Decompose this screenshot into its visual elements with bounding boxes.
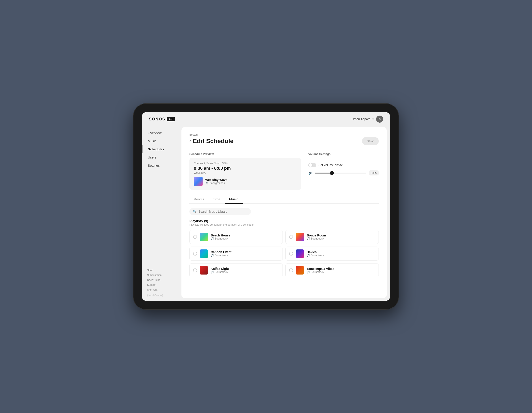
search-icon: 🔍	[193, 210, 197, 213]
playlist-radio-bonus-room[interactable]	[289, 235, 293, 239]
playlist-name: Davies	[307, 250, 324, 254]
playlists-title: Playlists	[189, 219, 203, 223]
playlist-info-beach-house: Beach House 🎵 Soundtrack	[211, 234, 230, 240]
top-right: Urban Apparel ∨ B	[352, 116, 383, 123]
playlist-radio-davies[interactable]	[289, 252, 293, 256]
track-art	[194, 177, 203, 186]
sidebar-item-users[interactable]: Users	[142, 153, 181, 161]
sidebar-item-music[interactable]: Music	[142, 137, 181, 145]
playlist-art-bonus-room	[296, 233, 304, 241]
breadcrumb: Boston	[189, 133, 379, 136]
volume-knob[interactable]	[330, 171, 334, 175]
org-name: Urban Apparel	[352, 117, 371, 121]
playlist-name: Bonus Room	[307, 234, 326, 237]
playlist-name: Beach House	[211, 234, 230, 237]
avatar: B	[376, 116, 383, 123]
top-bar: SONOS Pro Urban Apparel ∨ B	[142, 112, 390, 124]
sidebar-item-schedules[interactable]: Schedules	[142, 145, 181, 153]
preview-meta: Checkout, Sales Floor • 33%	[194, 162, 297, 165]
playlist-info-tame-impala: Tame Impala Vibes 🎵 Soundtrack	[307, 267, 334, 274]
save-button[interactable]: Save	[362, 137, 379, 145]
track-art-gradient	[194, 177, 203, 186]
preview-card: Checkout, Sales Floor • 33% 8:30 am - 6:…	[189, 158, 301, 190]
playlists-header: Playlists (9) › Playlists will loop cont…	[189, 219, 379, 226]
sidebar-sign-out[interactable]: Sign Out	[147, 287, 176, 292]
preview-days: Weekdays	[194, 171, 297, 174]
playlists-chevron-icon[interactable]: ›	[209, 219, 210, 223]
volume-settings-label: Volume Settings	[308, 152, 379, 156]
playlist-art-tame-impala	[296, 266, 304, 274]
speaker-icon: 🎵	[211, 271, 214, 274]
playlist-art-beach-house	[200, 233, 208, 241]
volume-divider	[308, 159, 379, 160]
org-selector[interactable]: Urban Apparel ∨	[352, 117, 374, 121]
playlist-source: 🎵 Soundtrack	[307, 237, 326, 240]
search-input[interactable]	[198, 210, 247, 213]
sidebar-support[interactable]: Support	[147, 282, 176, 287]
schedule-preview: Schedule Preview Checkout, Sales Floor •…	[189, 152, 301, 190]
volume-track	[315, 173, 366, 173]
sidebar-item-overview[interactable]: Overview	[142, 129, 181, 137]
volume-slider[interactable]	[315, 171, 366, 175]
playlist-info-cannon-event: Cannon Event 🎵 Soundtrack	[211, 250, 231, 257]
tab-music[interactable]: Music	[225, 195, 243, 204]
page-title: Edit Schedule	[193, 138, 233, 145]
playlist-info-knifes-night: Knifes Night 🎵 Soundtrack	[211, 267, 229, 274]
playlist-radio-knifes-night[interactable]	[193, 268, 197, 272]
volume-fill	[315, 173, 332, 173]
playlist-name: Knifes Night	[211, 267, 229, 271]
volume-percent: 33%	[369, 170, 379, 176]
playlist-grid: Beach House 🎵 Soundtrack Bonus Room 🎵 So…	[189, 230, 379, 277]
page-title-row: ‹ Edit Schedule	[189, 138, 233, 145]
volume-onsite-toggle[interactable]	[308, 163, 316, 167]
back-button[interactable]: ‹	[189, 138, 191, 144]
playlists-title-row: Playlists (9) ›	[189, 219, 379, 223]
playlist-source: 🎵 Soundtrack	[211, 271, 229, 274]
preview-time: 8:30 am - 6:00 pm	[194, 166, 297, 171]
playlist-art-knifes-night	[200, 266, 208, 274]
playlist-radio-tame-impala[interactable]	[289, 268, 293, 272]
playlists-count: (9)	[204, 219, 208, 223]
track-info: Weekday Wave 🎵 Backgrounds	[205, 178, 227, 185]
logo-pro: Pro	[167, 117, 175, 121]
playlist-radio-beach-house[interactable]	[193, 235, 197, 239]
playlist-name: Tame Impala Vibes	[307, 267, 334, 271]
tab-time[interactable]: Time	[209, 195, 225, 204]
playlist-source: 🎵 Soundtrack	[211, 237, 230, 240]
playlist-item-tame-impala[interactable]: Tame Impala Vibes 🎵 Soundtrack	[285, 263, 379, 277]
sidebar-item-settings[interactable]: Settings	[142, 161, 181, 169]
local-control: (Local Control)	[147, 294, 176, 297]
playlist-source: 🎵 Soundtrack	[211, 254, 231, 257]
track-name: Weekday Wave	[205, 178, 227, 182]
playlist-info-davies: Davies 🎵 Soundtrack	[307, 250, 324, 257]
playlist-item-knifes-night[interactable]: Knifes Night 🎵 Soundtrack	[189, 263, 283, 277]
sidebar-bottom: Shop Subscription User Guide Support Sig…	[142, 268, 181, 297]
sidebar-subscription[interactable]: Subscription	[147, 273, 176, 278]
playlist-source: 🎵 Soundtrack	[307, 254, 324, 257]
speaker-icon: 🎵	[211, 237, 214, 240]
volume-row: 🔉 33%	[308, 170, 379, 176]
tab-rooms[interactable]: Rooms	[189, 195, 209, 204]
playlist-radio-cannon-event[interactable]	[193, 252, 197, 256]
playlist-item-beach-house[interactable]: Beach House 🎵 Soundtrack	[189, 230, 283, 244]
playlist-source: 🎵 Soundtrack	[307, 271, 334, 274]
header-divider	[189, 149, 379, 149]
schedule-preview-label: Schedule Preview	[189, 152, 301, 156]
speaker-icon: 🎵	[307, 237, 310, 240]
volume-settings: Volume Settings Set volume onsite 🔉	[308, 152, 379, 190]
playlist-item-bonus-room[interactable]: Bonus Room 🎵 Soundtrack	[285, 230, 379, 244]
playlist-item-cannon-event[interactable]: Cannon Event 🎵 Soundtrack	[189, 247, 283, 261]
sidebar-shop[interactable]: Shop	[147, 268, 176, 273]
speaker-icon: 🎵	[307, 254, 310, 257]
toggle-label: Set volume onsite	[318, 163, 343, 167]
search-bar[interactable]: 🔍	[189, 208, 251, 215]
playlist-art-davies	[296, 249, 304, 258]
playlist-item-davies[interactable]: Davies 🎵 Soundtrack	[285, 247, 379, 261]
logo: SONOS Pro	[149, 117, 175, 122]
sidebar-user-guide[interactable]: User Guide	[147, 278, 176, 282]
playlist-art-cannon-event	[200, 249, 208, 258]
speaker-icon: 🎵	[205, 182, 209, 185]
playlists-desc: Playlists will loop content for the dura…	[189, 223, 379, 226]
page-header: ‹ Edit Schedule Save	[189, 137, 379, 145]
main-layout: Overview Music Schedules Users Settings …	[142, 124, 390, 301]
